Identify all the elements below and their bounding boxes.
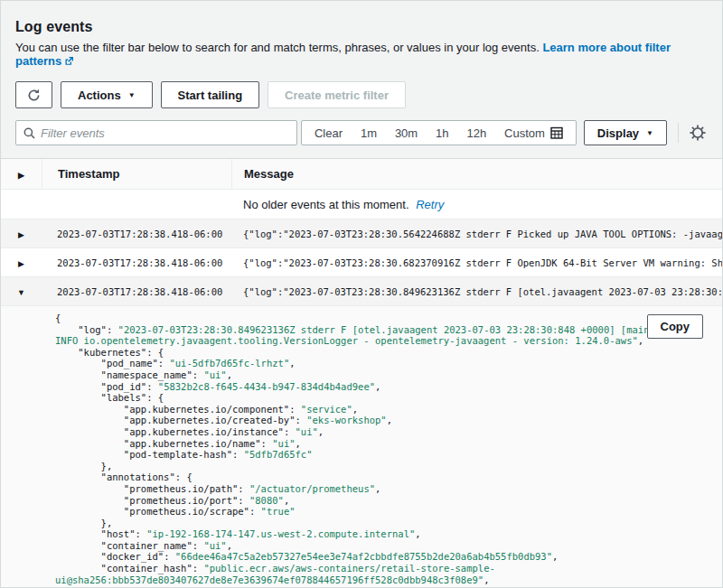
page-description: You can use the filter bar below to sear… [15, 41, 708, 69]
caret-right-icon[interactable]: ▶ [18, 230, 24, 239]
refresh-icon [27, 89, 41, 102]
timestamp-column-header: Timestamp [42, 159, 231, 189]
caret-right-icon: ▶ [18, 171, 24, 180]
log-row[interactable]: ▼2023-07-03T17:28:38.418-06:00{"log":"20… [1, 277, 722, 306]
log-row[interactable]: ▶2023-07-03T17:28:38.418-06:00{"log":"20… [1, 219, 722, 248]
calendar-icon [550, 126, 563, 139]
expand-all-caret[interactable]: ▶ [1, 167, 42, 181]
expanded-log-json: { "log": "2023-07-03T23:28:30.849623136Z… [55, 313, 683, 588]
log-row-timestamp: 2023-07-03T17:28:38.418-06:00 [42, 229, 231, 239]
display-button[interactable]: Display ▼ [584, 120, 667, 145]
log-row-message: {"log":"2023-07-03T23:28:30.564224688Z s… [231, 229, 722, 239]
range-12h-button[interactable]: 12h [466, 126, 486, 140]
filter-events-search [15, 120, 297, 145]
chevron-down-icon: ▼ [128, 91, 136, 99]
log-row-message: {"log":"2023-07-03T23:28:30.682370916Z s… [231, 257, 722, 268]
log-row-message: {"log":"2023-07-03T23:28:30.849623136Z s… [231, 286, 722, 297]
no-older-events-text: No older events at this moment. [243, 198, 409, 211]
time-range-control: Clear 1m30m1h12h Custom [301, 120, 577, 145]
range-1h-button[interactable]: 1h [436, 126, 448, 140]
log-row-timestamp: 2023-07-03T17:28:38.418-06:00 [42, 257, 231, 268]
toolbar-divider [678, 123, 679, 143]
log-rows: ▶2023-07-03T17:28:38.418-06:00{"log":"20… [1, 219, 722, 306]
copy-button[interactable]: Copy [647, 314, 704, 339]
log-events-table: ▶ Timestamp Message No older events at t… [1, 158, 722, 588]
chevron-down-icon: ▼ [646, 129, 653, 137]
retry-link[interactable]: Retry [416, 198, 444, 211]
gear-icon [690, 130, 706, 144]
page-description-text: You can use the filter bar below to sear… [15, 41, 540, 54]
external-link-icon [64, 55, 74, 69]
custom-range-button[interactable]: Custom [504, 126, 563, 140]
log-events-header: Log events You can use the filter bar be… [1, 19, 722, 145]
log-row[interactable]: ▶2023-07-03T17:28:38.418-06:00{"log":"20… [1, 248, 722, 277]
no-older-events-row: No older events at this moment. Retry [1, 190, 722, 219]
caret-right-icon[interactable]: ▶ [18, 259, 24, 268]
range-1m-button[interactable]: 1m [361, 126, 377, 140]
table-header-row: ▶ Timestamp Message [1, 159, 722, 190]
expanded-log-detail: { "log": "2023-07-03T23:28:30.849623136Z… [1, 306, 722, 588]
page-title: Log events [15, 19, 708, 35]
filter-bar: Clear 1m30m1h12h Custom Display ▼ [15, 120, 708, 145]
range-30m-button[interactable]: 30m [395, 126, 418, 140]
refresh-button[interactable] [15, 81, 52, 108]
preferences-gear-button[interactable] [688, 123, 708, 143]
start-tailing-button[interactable]: Start tailing [161, 81, 260, 108]
filter-events-input[interactable] [35, 121, 296, 145]
log-events-toolbar: Actions ▼ Start tailing Create metric fi… [15, 81, 708, 108]
create-metric-filter-button[interactable]: Create metric filter [268, 81, 406, 108]
message-column-header: Message [231, 159, 722, 189]
clear-button[interactable]: Clear [315, 126, 343, 140]
actions-button[interactable]: Actions ▼ [61, 81, 153, 108]
caret-down-icon[interactable]: ▼ [17, 288, 25, 297]
log-row-timestamp: 2023-07-03T17:28:38.418-06:00 [42, 286, 231, 297]
search-icon [23, 127, 35, 139]
